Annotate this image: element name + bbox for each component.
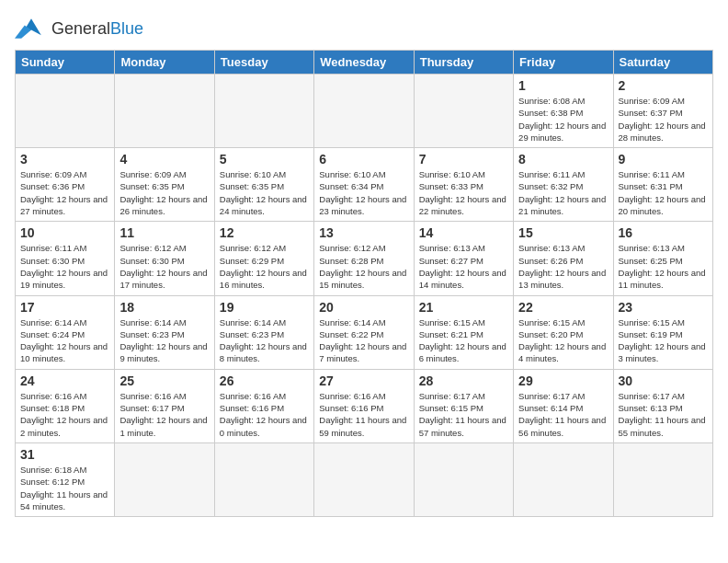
calendar-cell: 28Sunrise: 6:17 AM Sunset: 6:15 PM Dayli… <box>414 369 513 442</box>
day-info: Sunrise: 6:14 AM Sunset: 6:23 PM Dayligh… <box>220 316 309 365</box>
weekday-header-wednesday: Wednesday <box>314 51 414 75</box>
weekday-header-thursday: Thursday <box>414 51 513 75</box>
weekday-header-row: SundayMondayTuesdayWednesdayThursdayFrid… <box>16 51 713 75</box>
calendar-cell: 19Sunrise: 6:14 AM Sunset: 6:23 PM Dayli… <box>214 295 313 369</box>
calendar-cell: 9Sunrise: 6:11 AM Sunset: 6:31 PM Daylig… <box>613 148 712 222</box>
day-info: Sunrise: 6:09 AM Sunset: 6:37 PM Dayligh… <box>619 95 708 144</box>
calendar-cell <box>214 75 313 148</box>
day-info: Sunrise: 6:17 AM Sunset: 6:13 PM Dayligh… <box>619 390 708 439</box>
calendar-cell: 13Sunrise: 6:12 AM Sunset: 6:28 PM Dayli… <box>314 222 414 295</box>
calendar-cell <box>514 442 613 516</box>
day-info: Sunrise: 6:12 AM Sunset: 6:28 PM Dayligh… <box>319 242 408 291</box>
day-number: 29 <box>518 373 608 388</box>
day-number: 20 <box>319 300 408 315</box>
weekday-header-monday: Monday <box>115 51 214 75</box>
calendar-cell <box>115 75 214 148</box>
day-info: Sunrise: 6:17 AM Sunset: 6:14 PM Dayligh… <box>518 390 608 439</box>
calendar-table: SundayMondayTuesdayWednesdayThursdayFrid… <box>15 50 713 517</box>
day-number: 13 <box>319 225 408 240</box>
day-info: Sunrise: 6:13 AM Sunset: 6:27 PM Dayligh… <box>419 242 508 291</box>
day-info: Sunrise: 6:15 AM Sunset: 6:20 PM Dayligh… <box>518 316 608 365</box>
day-number: 15 <box>518 225 608 240</box>
day-number: 5 <box>220 152 309 167</box>
weekday-header-tuesday: Tuesday <box>214 51 313 75</box>
calendar-week-3: 10Sunrise: 6:11 AM Sunset: 6:30 PM Dayli… <box>16 222 713 295</box>
day-number: 8 <box>518 152 608 167</box>
day-number: 6 <box>319 152 408 167</box>
calendar-cell: 4Sunrise: 6:09 AM Sunset: 6:35 PM Daylig… <box>115 148 214 222</box>
calendar-week-4: 17Sunrise: 6:14 AM Sunset: 6:24 PM Dayli… <box>16 295 713 369</box>
day-number: 14 <box>419 225 508 240</box>
calendar-cell: 27Sunrise: 6:16 AM Sunset: 6:16 PM Dayli… <box>314 369 414 442</box>
calendar-cell: 31Sunrise: 6:18 AM Sunset: 6:12 PM Dayli… <box>16 442 115 516</box>
logo: GeneralBlue <box>15 15 143 42</box>
calendar-cell: 25Sunrise: 6:16 AM Sunset: 6:17 PM Dayli… <box>115 369 214 442</box>
day-info: Sunrise: 6:12 AM Sunset: 6:30 PM Dayligh… <box>119 242 209 291</box>
day-number: 4 <box>119 152 209 167</box>
day-info: Sunrise: 6:14 AM Sunset: 6:22 PM Dayligh… <box>319 316 408 365</box>
calendar-cell: 21Sunrise: 6:15 AM Sunset: 6:21 PM Dayli… <box>414 295 513 369</box>
day-info: Sunrise: 6:16 AM Sunset: 6:16 PM Dayligh… <box>220 390 309 439</box>
calendar-week-6: 31Sunrise: 6:18 AM Sunset: 6:12 PM Dayli… <box>16 442 713 516</box>
calendar-cell: 24Sunrise: 6:16 AM Sunset: 6:18 PM Dayli… <box>16 369 115 442</box>
logo-text: GeneralBlue <box>51 20 143 37</box>
day-number: 22 <box>518 300 608 315</box>
day-number: 10 <box>20 225 109 240</box>
calendar-cell: 6Sunrise: 6:10 AM Sunset: 6:34 PM Daylig… <box>314 148 414 222</box>
day-number: 11 <box>119 225 209 240</box>
day-number: 31 <box>20 447 109 462</box>
day-number: 21 <box>419 300 508 315</box>
calendar-week-2: 3Sunrise: 6:09 AM Sunset: 6:36 PM Daylig… <box>16 148 713 222</box>
calendar-cell <box>115 442 214 516</box>
calendar-cell <box>613 442 712 516</box>
day-number: 26 <box>220 373 309 388</box>
day-info: Sunrise: 6:17 AM Sunset: 6:15 PM Dayligh… <box>419 390 508 439</box>
calendar-cell: 7Sunrise: 6:10 AM Sunset: 6:33 PM Daylig… <box>414 148 513 222</box>
calendar-cell: 22Sunrise: 6:15 AM Sunset: 6:20 PM Dayli… <box>514 295 613 369</box>
calendar-cell: 12Sunrise: 6:12 AM Sunset: 6:29 PM Dayli… <box>214 222 313 295</box>
day-number: 19 <box>220 300 309 315</box>
day-number: 9 <box>619 152 708 167</box>
day-number: 16 <box>619 225 708 240</box>
calendar-cell: 26Sunrise: 6:16 AM Sunset: 6:16 PM Dayli… <box>214 369 313 442</box>
calendar-cell: 20Sunrise: 6:14 AM Sunset: 6:22 PM Dayli… <box>314 295 414 369</box>
calendar-cell: 1Sunrise: 6:08 AM Sunset: 6:38 PM Daylig… <box>514 75 613 148</box>
calendar-cell <box>214 442 313 516</box>
calendar-week-5: 24Sunrise: 6:16 AM Sunset: 6:18 PM Dayli… <box>16 369 713 442</box>
day-number: 18 <box>119 300 209 315</box>
calendar-cell <box>16 75 115 148</box>
day-info: Sunrise: 6:18 AM Sunset: 6:12 PM Dayligh… <box>20 464 109 512</box>
calendar-cell: 10Sunrise: 6:11 AM Sunset: 6:30 PM Dayli… <box>16 222 115 295</box>
calendar-cell: 8Sunrise: 6:11 AM Sunset: 6:32 PM Daylig… <box>514 148 613 222</box>
day-info: Sunrise: 6:11 AM Sunset: 6:30 PM Dayligh… <box>20 242 109 291</box>
day-number: 28 <box>419 373 508 388</box>
day-info: Sunrise: 6:15 AM Sunset: 6:19 PM Dayligh… <box>619 316 708 365</box>
day-info: Sunrise: 6:12 AM Sunset: 6:29 PM Dayligh… <box>220 242 309 291</box>
weekday-header-saturday: Saturday <box>613 51 712 75</box>
day-info: Sunrise: 6:14 AM Sunset: 6:24 PM Dayligh… <box>20 316 109 365</box>
day-info: Sunrise: 6:11 AM Sunset: 6:31 PM Dayligh… <box>619 168 708 217</box>
day-info: Sunrise: 6:09 AM Sunset: 6:36 PM Dayligh… <box>20 168 109 217</box>
day-number: 23 <box>619 300 708 315</box>
calendar-cell: 23Sunrise: 6:15 AM Sunset: 6:19 PM Dayli… <box>613 295 712 369</box>
general-blue-logo-icon <box>15 15 48 42</box>
day-info: Sunrise: 6:13 AM Sunset: 6:25 PM Dayligh… <box>619 242 708 291</box>
day-number: 1 <box>518 78 608 93</box>
day-info: Sunrise: 6:09 AM Sunset: 6:35 PM Dayligh… <box>119 168 209 217</box>
calendar-cell: 16Sunrise: 6:13 AM Sunset: 6:25 PM Dayli… <box>613 222 712 295</box>
calendar-cell <box>314 75 414 148</box>
calendar-cell: 18Sunrise: 6:14 AM Sunset: 6:23 PM Dayli… <box>115 295 214 369</box>
day-info: Sunrise: 6:16 AM Sunset: 6:16 PM Dayligh… <box>319 390 408 439</box>
day-info: Sunrise: 6:15 AM Sunset: 6:21 PM Dayligh… <box>419 316 508 365</box>
calendar-cell <box>414 442 513 516</box>
day-info: Sunrise: 6:13 AM Sunset: 6:26 PM Dayligh… <box>518 242 608 291</box>
day-info: Sunrise: 6:10 AM Sunset: 6:33 PM Dayligh… <box>419 168 508 217</box>
day-number: 3 <box>20 152 109 167</box>
calendar-cell <box>414 75 513 148</box>
day-number: 25 <box>119 373 209 388</box>
day-number: 24 <box>20 373 109 388</box>
day-info: Sunrise: 6:10 AM Sunset: 6:35 PM Dayligh… <box>220 168 309 217</box>
calendar-cell <box>314 442 414 516</box>
calendar-cell: 14Sunrise: 6:13 AM Sunset: 6:27 PM Dayli… <box>414 222 513 295</box>
calendar-cell: 17Sunrise: 6:14 AM Sunset: 6:24 PM Dayli… <box>16 295 115 369</box>
